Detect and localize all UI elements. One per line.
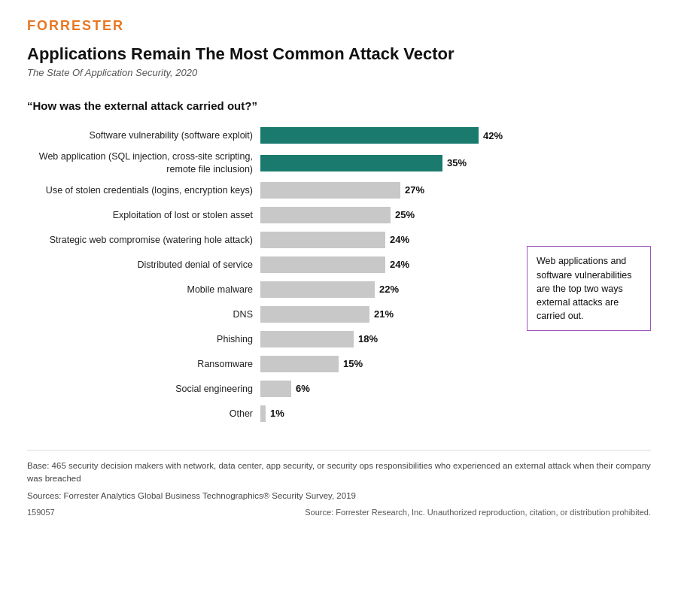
bar-row: DNS21% — [27, 305, 519, 324]
bar-row: Mobile malware22% — [27, 280, 519, 299]
bar-label: Phishing — [27, 333, 260, 345]
bar-container: 6% — [260, 381, 519, 397]
bar-fill — [260, 331, 354, 347]
footer-row: 159057 Source: Forrester Research, Inc. … — [27, 508, 651, 517]
footer-left: 159057 — [27, 508, 55, 517]
bar-row: Distributed denial of service24% — [27, 255, 519, 275]
bar-container: 25% — [260, 207, 519, 223]
bar-container: 21% — [260, 306, 519, 323]
bar-container: 15% — [260, 356, 519, 372]
bar-row: Web application (SQL injection, cross-si… — [27, 150, 519, 175]
bar-label: Mobile malware — [27, 284, 260, 296]
bar-row: Use of stolen credentials (logins, encry… — [27, 181, 519, 200]
bar-fill — [260, 356, 339, 372]
bar-percent: 18% — [358, 333, 385, 344]
bar-percent: 24% — [390, 234, 417, 245]
question: “How was the external attack carried out… — [27, 99, 651, 112]
footnote-sources: Sources: Forrester Analytics Global Busi… — [27, 490, 651, 502]
bar-percent: 24% — [390, 259, 417, 270]
bar-percent: 15% — [343, 358, 370, 369]
footnote-area: Base: 465 security decision makers with … — [27, 450, 651, 517]
bar-fill — [260, 306, 369, 323]
bar-label: Exploitation of lost or stolen asset — [27, 209, 260, 221]
bar-label: Web application (SQL injection, cross-si… — [27, 150, 260, 175]
bar-label: Other — [27, 408, 260, 420]
bar-row: Phishing18% — [27, 329, 519, 349]
bar-percent: 22% — [379, 284, 406, 295]
bar-percent: 35% — [447, 157, 474, 168]
bar-fill — [260, 182, 400, 199]
bar-fill — [260, 281, 375, 298]
bar-row: Strategic web compromise (watering hole … — [27, 230, 519, 250]
bar-label: Strategic web compromise (watering hole … — [27, 234, 260, 246]
bar-percent: 1% — [270, 408, 297, 419]
bar-container: 42% — [260, 127, 519, 144]
chart-area: Software vulnerability (software exploit… — [27, 126, 651, 429]
logo: FORRESTER — [27, 18, 651, 34]
bar-container: 22% — [260, 281, 519, 298]
bar-row: Software vulnerability (software exploit… — [27, 126, 519, 145]
subtitle: The State Of Application Security, 2020 — [27, 67, 651, 78]
bar-percent: 27% — [405, 184, 432, 196]
bar-row: Social engineering6% — [27, 379, 519, 399]
bar-label: Social engineering — [27, 383, 260, 395]
bar-percent: 25% — [395, 209, 422, 220]
footnote-base: Base: 465 security decision makers with … — [27, 460, 651, 486]
chart-main: Software vulnerability (software exploit… — [27, 126, 519, 429]
bar-container: 18% — [260, 331, 519, 347]
bar-percent: 21% — [374, 308, 401, 320]
bar-label: DNS — [27, 308, 260, 320]
bar-fill — [260, 127, 479, 144]
bar-container: 35% — [260, 155, 519, 171]
footer-right: Source: Forrester Research, Inc. Unautho… — [305, 508, 651, 517]
bar-fill — [260, 381, 291, 397]
bar-percent: 42% — [483, 130, 510, 141]
bar-fill — [260, 256, 385, 273]
bar-container: 24% — [260, 232, 519, 248]
bar-row: Exploitation of lost or stolen asset25% — [27, 205, 519, 225]
bar-label: Software vulnerability (software exploit… — [27, 129, 260, 141]
bar-row: Ransomware15% — [27, 354, 519, 374]
bar-container: 1% — [260, 405, 519, 422]
bar-fill — [260, 155, 442, 171]
bar-row: Other1% — [27, 404, 519, 423]
bar-container: 24% — [260, 256, 519, 273]
bar-fill — [260, 232, 385, 248]
bar-label: Distributed denial of service — [27, 259, 260, 271]
main-title: Applications Remain The Most Common Atta… — [27, 44, 651, 64]
bar-label: Ransomware — [27, 358, 260, 370]
callout-box: Web applications and software vulnerabil… — [527, 246, 651, 331]
bar-fill — [260, 405, 266, 422]
bar-percent: 6% — [296, 383, 323, 394]
bar-label: Use of stolen credentials (logins, encry… — [27, 184, 260, 196]
bar-container: 27% — [260, 182, 519, 199]
bar-fill — [260, 207, 391, 223]
